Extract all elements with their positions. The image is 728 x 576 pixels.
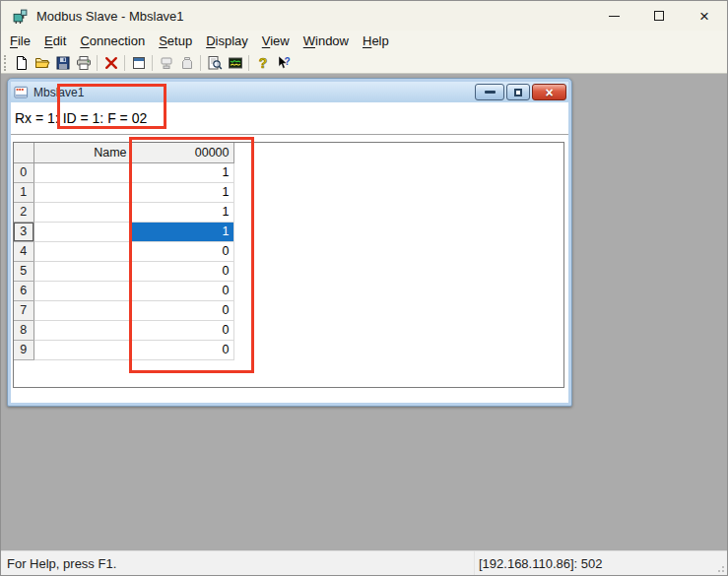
register-grid: Name 00000 01112131405060708090 xyxy=(13,142,564,388)
value-cell[interactable]: 1 xyxy=(131,222,233,241)
table-row: 21 xyxy=(14,202,233,222)
name-cell[interactable] xyxy=(33,261,131,281)
svg-text:?: ? xyxy=(258,55,267,71)
maximize-icon xyxy=(654,11,664,21)
row-header-cell[interactable]: 8 xyxy=(14,320,33,340)
communication-log-icon[interactable] xyxy=(176,53,197,73)
value-cell[interactable]: 0 xyxy=(131,261,233,281)
toolbar: ? ? xyxy=(1,52,727,74)
menu-item-view[interactable]: View xyxy=(255,32,297,51)
status-help-text: For Help, press F1. xyxy=(7,556,116,571)
value-cell[interactable]: 0 xyxy=(131,320,233,340)
row-header-cell[interactable]: 6 xyxy=(14,281,33,300)
minimize-icon xyxy=(609,16,620,17)
new-file-icon[interactable] xyxy=(11,53,32,73)
table-row: 80 xyxy=(14,320,233,340)
menu-bar: FileEditConnectionSetupDisplayViewWindow… xyxy=(1,31,727,52)
toolbar-separator xyxy=(152,55,153,71)
row-header-cell[interactable]: 4 xyxy=(14,241,33,261)
menu-item-display[interactable]: Display xyxy=(199,32,255,51)
row-header-cell[interactable]: 1 xyxy=(14,182,33,202)
corner-header-cell xyxy=(14,143,33,162)
address-column-header: 00000 xyxy=(131,143,233,162)
row-header-cell[interactable]: 3 xyxy=(14,222,33,241)
menu-item-help[interactable]: Help xyxy=(356,32,396,51)
resize-grip[interactable] xyxy=(714,562,724,572)
print-icon[interactable] xyxy=(73,53,94,73)
child-client-area: Rx = 1: ID = 1: F = 02 Name 00000 011121… xyxy=(11,102,568,403)
header-row: Name 00000 xyxy=(14,143,233,162)
mbslave1-document-window: Mbslave1 × Rx = 1: ID = 1: F = 02 Name xyxy=(7,78,572,407)
open-file-icon[interactable] xyxy=(32,53,52,73)
name-cell[interactable] xyxy=(33,202,131,222)
context-help-icon[interactable]: ? xyxy=(273,53,294,73)
toolbar-separator xyxy=(97,55,98,71)
name-cell[interactable] xyxy=(33,241,131,261)
value-cell[interactable]: 0 xyxy=(131,241,233,261)
row-header-cell[interactable]: 2 xyxy=(14,202,33,222)
name-column-header: Name xyxy=(33,143,131,162)
child-caption-buttons: × xyxy=(475,84,566,100)
close-icon: × xyxy=(699,8,709,25)
toolbar-grip[interactable] xyxy=(4,55,7,71)
value-cell[interactable]: 1 xyxy=(131,162,233,182)
register-table-body: 01112131405060708090 xyxy=(14,162,233,359)
name-cell[interactable] xyxy=(33,320,131,340)
child-maximize-button[interactable] xyxy=(506,84,530,100)
child-title-bar[interactable]: Mbslave1 × xyxy=(11,82,568,102)
child-minimize-button[interactable] xyxy=(475,84,504,100)
register-table: Name 00000 01112131405060708090 xyxy=(14,143,234,360)
name-cell[interactable] xyxy=(33,300,131,320)
row-header-cell[interactable]: 7 xyxy=(14,300,33,320)
child-maximize-icon xyxy=(514,89,522,96)
modbus-slave-app-icon xyxy=(12,8,29,25)
maximize-button[interactable] xyxy=(636,1,682,31)
value-cell[interactable]: 0 xyxy=(131,281,233,300)
menu-item-setup[interactable]: Setup xyxy=(152,32,199,51)
name-cell[interactable] xyxy=(33,182,131,202)
save-icon[interactable] xyxy=(52,53,73,73)
name-cell[interactable] xyxy=(33,222,131,241)
row-header-cell[interactable]: 0 xyxy=(14,162,33,182)
disconnect-icon[interactable] xyxy=(100,53,121,73)
table-row: 31 xyxy=(14,222,233,241)
name-cell[interactable] xyxy=(33,281,131,300)
child-close-button[interactable]: × xyxy=(532,84,566,100)
toolbar-separator xyxy=(248,55,249,71)
child-window-title: Mbslave1 xyxy=(33,86,84,99)
caption-buttons: × xyxy=(591,1,727,31)
table-row: 70 xyxy=(14,300,233,320)
menu-item-file[interactable]: File xyxy=(3,32,37,51)
display-communication-icon[interactable] xyxy=(225,53,245,73)
communication-status-line: Rx = 1: ID = 1: F = 02 xyxy=(11,102,568,135)
name-cell[interactable] xyxy=(33,162,131,182)
display-definition-icon[interactable] xyxy=(128,53,149,73)
window-title: Modbus Slave - Mbslave1 xyxy=(36,9,184,24)
row-header-cell[interactable]: 9 xyxy=(14,340,33,359)
menu-item-window[interactable]: Window xyxy=(297,32,356,51)
svg-text:?: ? xyxy=(284,56,290,67)
menu-item-connection[interactable]: Connection xyxy=(73,32,152,51)
table-row: 11 xyxy=(14,182,233,202)
title-bar: Modbus Slave - Mbslave1 × xyxy=(1,1,727,31)
mbslave-document-icon xyxy=(14,85,29,99)
status-connection-text: [192.168.110.86]: 502 xyxy=(474,551,603,575)
minimize-button[interactable] xyxy=(591,1,636,31)
help-icon[interactable]: ? xyxy=(252,53,273,73)
table-row: 01 xyxy=(14,162,233,182)
child-minimize-icon xyxy=(485,91,496,94)
value-cell[interactable]: 1 xyxy=(131,202,233,222)
name-cell[interactable] xyxy=(33,340,131,359)
modbus-slave-window: Modbus Slave - Mbslave1 × FileEditConnec… xyxy=(0,0,728,576)
value-cell[interactable]: 0 xyxy=(131,340,233,359)
toolbar-separator xyxy=(124,55,125,71)
row-header-cell[interactable]: 5 xyxy=(14,261,33,281)
value-cell[interactable]: 1 xyxy=(131,182,233,202)
test-center-icon[interactable] xyxy=(204,53,225,73)
value-cell[interactable]: 0 xyxy=(131,300,233,320)
status-bar: For Help, press F1. [192.168.110.86]: 50… xyxy=(1,550,727,575)
menu-item-edit[interactable]: Edit xyxy=(37,32,73,51)
communication-traffic-icon[interactable] xyxy=(156,53,176,73)
table-row: 90 xyxy=(14,340,233,359)
close-button[interactable]: × xyxy=(682,1,727,31)
